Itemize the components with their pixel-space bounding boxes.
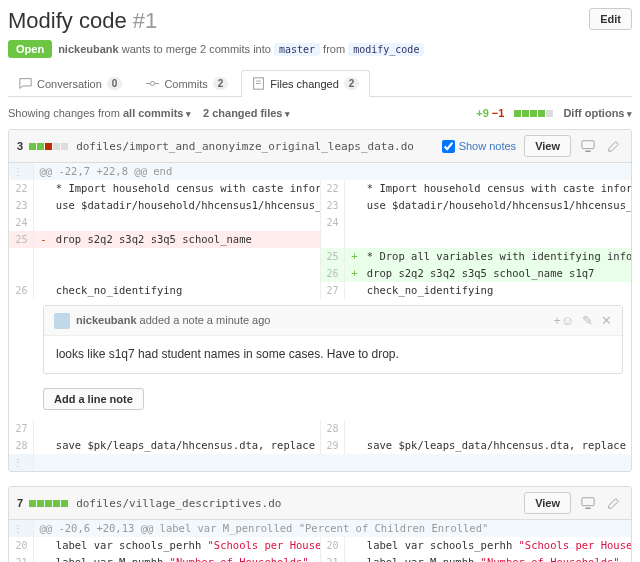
desktop-icon[interactable] bbox=[579, 494, 597, 512]
pencil-icon[interactable] bbox=[605, 137, 623, 155]
diff-stat-blocks bbox=[514, 110, 553, 117]
expand-icon[interactable]: ⋮ bbox=[9, 454, 33, 471]
close-comment-icon[interactable]: ✕ bbox=[601, 312, 612, 329]
avatar[interactable] bbox=[54, 313, 70, 329]
pr-state-row: Open nickeubank wants to merge 2 commits… bbox=[8, 40, 632, 58]
svg-point-0 bbox=[151, 81, 155, 85]
reaction-icon[interactable]: +☺ bbox=[553, 312, 574, 329]
diff-table: ⋮@@ -22,7 +22,8 @@ end 22 * Import house… bbox=[9, 163, 631, 471]
view-file-button[interactable]: View bbox=[524, 135, 571, 157]
diff-toolbar: Showing changes from all commits 2 chang… bbox=[8, 107, 632, 119]
compare-branch[interactable]: modify_code bbox=[348, 43, 424, 56]
diff-line: 22 * Import household census with caste … bbox=[9, 180, 631, 197]
hunk-header: ⋮@@ -22,7 +22,8 @@ end bbox=[9, 163, 631, 180]
state-badge-open: Open bbox=[8, 40, 52, 58]
file-changes-count: 7 bbox=[17, 497, 23, 509]
diff-line: 23 use $datadir/household/hhcensus1/hhce… bbox=[9, 197, 631, 214]
comment-icon bbox=[19, 77, 32, 90]
diff-line: 27 28 bbox=[9, 420, 631, 437]
diff-line: 24 24 bbox=[9, 214, 631, 231]
edit-button[interactable]: Edit bbox=[589, 8, 632, 30]
tab-conversation[interactable]: Conversation0 bbox=[8, 70, 133, 96]
tab-commits[interactable]: Commits2 bbox=[135, 70, 239, 96]
add-line-note-button[interactable]: Add a line note bbox=[43, 388, 144, 410]
diff-line: 26 check_no_identifying27 check_no_ident… bbox=[9, 282, 631, 299]
desktop-icon[interactable] bbox=[579, 137, 597, 155]
inline-note-row: nickeubank added a note a minute ago +☺ … bbox=[9, 299, 631, 380]
file-header: 3 dofiles/import_and_anonyimze_original_… bbox=[9, 130, 631, 163]
file-diff-2: 7 dofiles/village_descriptives.do View ⋮… bbox=[8, 486, 632, 562]
svg-rect-8 bbox=[582, 498, 594, 506]
pr-number: #1 bbox=[133, 8, 157, 33]
pr-tabs: Conversation0 Commits2 Files changed2 bbox=[8, 70, 632, 97]
edit-comment-icon[interactable]: ✎ bbox=[582, 312, 593, 329]
diff-options-dropdown[interactable]: Diff options bbox=[563, 107, 632, 119]
file-diff-1: 3 dofiles/import_and_anonyimze_original_… bbox=[8, 129, 632, 472]
show-notes-toggle[interactable]: Show notes bbox=[442, 140, 516, 153]
base-branch[interactable]: master bbox=[274, 43, 320, 56]
changed-files-dropdown[interactable]: 2 changed files bbox=[203, 107, 290, 119]
diff-line: 25+ * Drop all variables with identifyin… bbox=[9, 248, 631, 265]
all-commits-dropdown[interactable]: all commits bbox=[123, 107, 191, 119]
diff-line: 25- drop s2q2 s3q2 s3q5 school_name bbox=[9, 231, 631, 248]
file-diff-icon bbox=[252, 77, 265, 90]
comment-body: looks like s1q7 had student names in som… bbox=[44, 336, 622, 373]
review-comment: nickeubank added a note a minute ago +☺ … bbox=[43, 305, 623, 374]
view-file-button[interactable]: View bbox=[524, 492, 571, 514]
pr-author[interactable]: nickeubank bbox=[58, 43, 119, 55]
commits-icon bbox=[146, 77, 159, 90]
diff-stat: +9 −1 bbox=[476, 107, 504, 119]
expand-icon[interactable]: ⋮ bbox=[9, 163, 33, 180]
svg-rect-6 bbox=[582, 141, 594, 149]
file-path[interactable]: dofiles/import_and_anonyimze_original_le… bbox=[76, 140, 414, 153]
diff-line: 20 label var schools_perhh "Schools per … bbox=[9, 537, 631, 554]
diff-line: 26+ drop s2q2 s3q2 s3q5 school_name s1q7 bbox=[9, 265, 631, 282]
file-stat-blocks bbox=[29, 500, 68, 507]
diff-table: ⋮@@ -20,6 +20,13 @@ label var M_penrolle… bbox=[9, 520, 631, 562]
diff-line: 21 label var M_numhh "Number of Househol… bbox=[9, 554, 631, 562]
file-path[interactable]: dofiles/village_descriptives.do bbox=[76, 497, 281, 510]
file-changes-count: 3 bbox=[17, 140, 23, 152]
comment-author[interactable]: nickeubank bbox=[76, 314, 137, 326]
pencil-icon[interactable] bbox=[605, 494, 623, 512]
file-header: 7 dofiles/village_descriptives.do View bbox=[9, 487, 631, 520]
diff-line: 28 save $pk/leaps_data/hhcensus.dta, rep… bbox=[9, 437, 631, 454]
hunk-header: ⋮@@ -20,6 +20,13 @@ label var M_penrolle… bbox=[9, 520, 631, 537]
tab-files-changed[interactable]: Files changed2 bbox=[241, 70, 370, 97]
file-stat-blocks bbox=[29, 143, 68, 150]
pr-header: Modify code #1 Edit bbox=[8, 8, 632, 34]
expand-icon[interactable]: ⋮ bbox=[9, 520, 33, 537]
pr-title: Modify code #1 bbox=[8, 8, 157, 34]
